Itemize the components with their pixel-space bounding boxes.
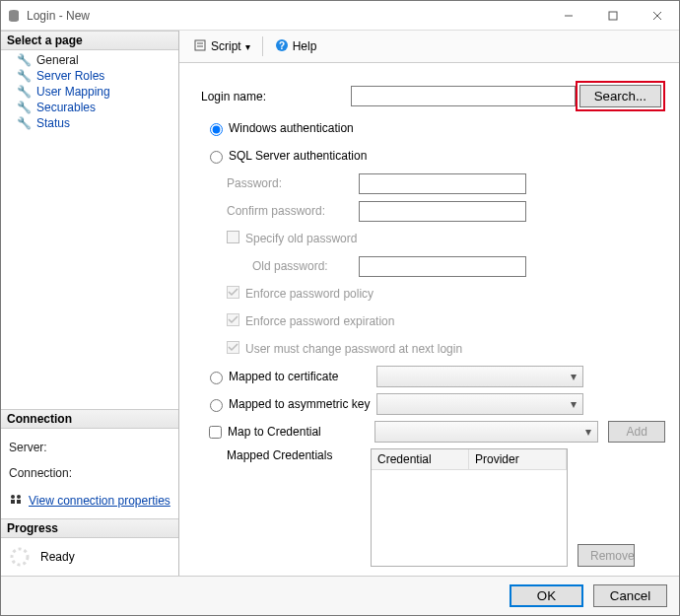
- col-credential: Credential: [372, 449, 469, 469]
- search-button[interactable]: Search...: [579, 85, 661, 107]
- connection-heading: Connection: [1, 409, 178, 429]
- mapped-asym-combo: ▾: [376, 393, 583, 415]
- must-change-checkbox: [227, 341, 239, 357]
- dropdown-arrow-icon: ▾: [245, 41, 250, 52]
- svg-rect-9: [11, 500, 15, 504]
- must-change-label: User must change password at next login: [245, 342, 462, 356]
- add-credential-button: Add: [608, 421, 665, 443]
- close-button[interactable]: [635, 1, 679, 30]
- enforce-expiration-checkbox: [227, 313, 239, 329]
- svg-point-2: [9, 18, 19, 22]
- sql-auth-radio[interactable]: [210, 151, 223, 164]
- view-connection-properties-link[interactable]: View connection properties: [29, 494, 170, 508]
- confirm-password-input: [359, 201, 526, 222]
- password-input: [359, 173, 526, 194]
- wrench-icon: 🔧: [17, 85, 31, 99]
- page-general[interactable]: 🔧 General: [1, 52, 178, 68]
- select-page-heading: Select a page: [1, 31, 178, 50]
- windows-auth-radio[interactable]: [210, 123, 223, 136]
- dialog-footer: OK Cancel: [1, 576, 679, 615]
- connection-label: Connection:: [9, 466, 170, 480]
- window-title: Login - New: [27, 9, 546, 23]
- page-list: 🔧 General 🔧 Server Roles 🔧 User Mapping …: [1, 50, 178, 135]
- titlebar: Login - New: [1, 1, 679, 31]
- page-securables[interactable]: 🔧 Securables: [1, 100, 178, 115]
- old-password-label: Old password:: [252, 259, 359, 273]
- password-label: Password:: [227, 176, 359, 190]
- script-button[interactable]: Script ▾: [189, 36, 254, 57]
- toolbar: Script ▾ ? Help: [179, 31, 679, 63]
- script-icon: [193, 38, 207, 55]
- svg-point-7: [11, 495, 15, 499]
- svg-point-11: [12, 549, 28, 565]
- main-panel: Script ▾ ? Help Login name: Search...: [179, 31, 679, 576]
- page-label: General: [36, 53, 79, 67]
- enforce-policy-checkbox: [227, 286, 239, 302]
- specify-old-password-checkbox: [227, 231, 239, 246]
- help-label: Help: [293, 39, 317, 53]
- connection-icon: [9, 492, 23, 509]
- wrench-icon: 🔧: [17, 69, 31, 83]
- specify-old-password-label: Specify old password: [245, 232, 357, 245]
- svg-rect-17: [228, 232, 239, 243]
- table-rows: [372, 470, 567, 566]
- mapped-cert-radio[interactable]: [210, 372, 223, 384]
- svg-rect-12: [195, 40, 205, 50]
- server-label: Server:: [9, 441, 170, 454]
- page-status[interactable]: 🔧 Status: [1, 115, 178, 131]
- remove-credential-button: Remove: [578, 544, 635, 567]
- app-icon: [7, 9, 21, 23]
- dialog-window: Login - New Select a page 🔧 General 🔧 Se…: [0, 0, 680, 616]
- ok-button[interactable]: OK: [510, 584, 583, 607]
- old-password-input: [359, 256, 526, 277]
- page-label: User Mapping: [36, 85, 110, 99]
- progress-status: Ready: [40, 550, 75, 564]
- maximize-button[interactable]: [590, 1, 635, 30]
- toolbar-separator: [262, 36, 263, 56]
- mapped-credentials-label: Mapped Credentials: [201, 448, 371, 462]
- search-highlight: Search...: [576, 81, 665, 111]
- progress-spinner-icon: [9, 546, 31, 568]
- sql-auth-label: SQL Server authentication: [229, 149, 367, 163]
- help-button[interactable]: ? Help: [271, 36, 321, 57]
- enforce-expiration-label: Enforce password expiration: [245, 314, 394, 328]
- page-label: Status: [36, 116, 70, 130]
- mapped-cert-label: Mapped to certificate: [229, 370, 376, 383]
- minimize-button[interactable]: [546, 1, 590, 30]
- page-label: Server Roles: [36, 69, 104, 83]
- login-name-label: Login name:: [201, 90, 351, 103]
- content-area: Login name: Search... Windows authentica…: [179, 63, 679, 576]
- wrench-icon: 🔧: [17, 116, 31, 130]
- map-credential-combo: ▾: [374, 421, 599, 443]
- map-credential-label: Map to Credential: [228, 425, 374, 439]
- wrench-icon: 🔧: [17, 101, 31, 114]
- col-provider: Provider: [469, 449, 567, 469]
- script-label: Script: [211, 39, 241, 53]
- mapped-cert-combo: ▾: [376, 366, 583, 387]
- connection-block: Server: Connection: View connection prop…: [1, 429, 178, 518]
- svg-point-8: [17, 495, 21, 499]
- map-credential-checkbox[interactable]: [209, 426, 222, 439]
- mapped-asym-label: Mapped to asymmetric key: [229, 397, 376, 411]
- wrench-icon: 🔧: [17, 53, 31, 67]
- svg-rect-10: [17, 500, 21, 504]
- sidebar: Select a page 🔧 General 🔧 Server Roles 🔧…: [1, 31, 179, 576]
- svg-text:?: ?: [279, 40, 285, 51]
- cancel-button[interactable]: Cancel: [593, 584, 667, 607]
- enforce-policy-label: Enforce password policy: [245, 287, 374, 301]
- mapped-credentials-table: Credential Provider: [371, 448, 568, 567]
- confirm-password-label: Confirm password:: [227, 204, 359, 218]
- progress-block: Ready: [1, 538, 178, 576]
- mapped-asym-radio[interactable]: [210, 399, 223, 412]
- progress-heading: Progress: [1, 518, 178, 538]
- page-label: Securables: [36, 101, 96, 114]
- svg-rect-4: [609, 12, 617, 20]
- page-user-mapping[interactable]: 🔧 User Mapping: [1, 84, 178, 100]
- login-name-input[interactable]: [351, 86, 576, 106]
- windows-auth-label: Windows authentication: [229, 121, 354, 135]
- help-icon: ?: [275, 38, 289, 55]
- page-server-roles[interactable]: 🔧 Server Roles: [1, 68, 178, 84]
